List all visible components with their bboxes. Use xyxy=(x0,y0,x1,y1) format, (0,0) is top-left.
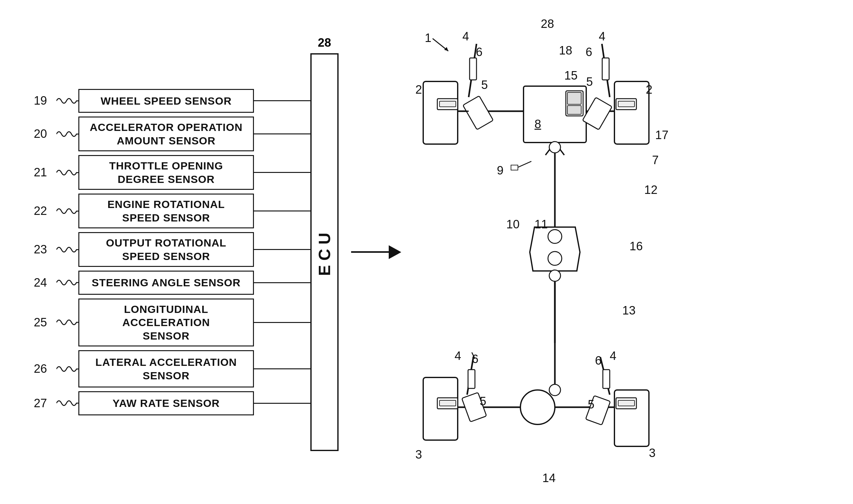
sensor-number-19: 19 xyxy=(19,94,47,107)
diagram-label-6-bl: 6 xyxy=(472,353,478,366)
svg-rect-28 xyxy=(568,92,581,104)
diagram-label-13: 13 xyxy=(622,304,636,317)
line-26 xyxy=(254,368,310,369)
diagram-label-5-tr: 5 xyxy=(586,75,593,89)
squiggle-24 xyxy=(56,276,79,289)
sensor-list: 19 WHEEL SPEED SENSOR 20 ACCELERATOR OPE… xyxy=(19,89,310,415)
line-20 xyxy=(254,133,310,134)
diagram-label-6-tl: 6 xyxy=(476,46,483,59)
ecu-to-diagram-arrow xyxy=(351,245,401,259)
svg-rect-29 xyxy=(568,106,581,114)
diagram-label-5-tl: 5 xyxy=(481,78,488,92)
line-19 xyxy=(254,100,310,101)
sensor-box-20: ACCELERATOR OPERATIONAMOUNT SENSOR xyxy=(79,116,254,151)
diagram-label-12: 12 xyxy=(644,183,657,197)
svg-line-46 xyxy=(517,161,532,167)
diagram-label-8: 8 xyxy=(535,118,541,131)
diagram-label-7: 7 xyxy=(652,154,659,167)
squiggle-25 xyxy=(56,316,79,329)
sensor-row-23: 23 OUTPUT ROTATIONALSPEED SENSOR xyxy=(19,232,310,267)
sensor-number-22: 22 xyxy=(19,204,47,218)
ecu-section: 28 ECU xyxy=(310,53,338,451)
ecu-box: ECU xyxy=(310,53,338,451)
squiggle-27 xyxy=(56,397,79,409)
diagram-label-6-br: 6 xyxy=(595,354,602,367)
diagram-label-14: 14 xyxy=(542,471,556,485)
diagram-label-4-botleft: 4 xyxy=(455,349,461,363)
diagram-label-6-tr: 6 xyxy=(586,46,592,59)
line-21 xyxy=(254,172,310,173)
squiggle-23 xyxy=(56,244,79,256)
svg-rect-17 xyxy=(618,101,634,107)
svg-rect-39 xyxy=(468,370,475,389)
svg-point-31 xyxy=(548,252,562,265)
diagram-label-17: 17 xyxy=(655,128,668,142)
svg-rect-21 xyxy=(602,58,609,80)
line-27 xyxy=(254,403,310,404)
diagram-label-4-topright: 4 xyxy=(599,30,605,43)
arrow-1 xyxy=(431,35,456,54)
svg-point-26 xyxy=(549,142,560,153)
sensor-number-24: 24 xyxy=(19,276,47,289)
diagram-label-4-topleft: 4 xyxy=(463,30,469,43)
sensor-box-19: WHEEL SPEED SENSOR xyxy=(79,89,254,113)
sensor-row-19: 19 WHEEL SPEED SENSOR xyxy=(19,89,310,113)
svg-rect-37 xyxy=(618,400,634,406)
svg-rect-47 xyxy=(511,165,518,170)
diagram-label-9: 9 xyxy=(497,164,503,177)
svg-rect-34 xyxy=(439,400,456,406)
ecu-number-label: 28 xyxy=(318,36,331,50)
drivetrain-diagram: 1 2 2 3 3 4 4 4 4 5 5 5 5 6 6 6 6 7 8 9 … xyxy=(414,14,834,478)
sensor-box-23: OUTPUT ROTATIONALSPEED SENSOR xyxy=(79,232,254,267)
line-22 xyxy=(254,211,310,212)
diagram-label-4-botright: 4 xyxy=(610,349,616,363)
sensor-row-27: 27 YAW RATE SENSOR xyxy=(19,391,310,415)
diagram-label-1: 1 xyxy=(425,31,431,45)
diagram-label-16: 16 xyxy=(629,240,643,253)
sensor-number-21: 21 xyxy=(19,166,47,179)
sensor-box-25: LONGITUDINAL ACCELERATIONSENSOR xyxy=(79,299,254,347)
svg-rect-12 xyxy=(463,96,493,130)
svg-marker-49 xyxy=(444,47,448,51)
diagram-label-3-left: 3 xyxy=(415,448,422,462)
arrow-head xyxy=(389,245,401,259)
sensor-number-25: 25 xyxy=(19,316,47,329)
svg-rect-14 xyxy=(439,101,456,107)
sensor-box-22: ENGINE ROTATIONALSPEED SENSOR xyxy=(79,194,254,228)
svg-point-45 xyxy=(549,384,560,396)
sensor-row-24: 24 STEERING ANGLE SENSOR xyxy=(19,271,310,295)
svg-rect-15 xyxy=(582,97,612,130)
line-24 xyxy=(254,282,310,283)
ecu-text: ECU xyxy=(315,228,334,276)
diagram-label-3-right: 3 xyxy=(649,446,656,460)
sensor-number-20: 20 xyxy=(19,127,47,141)
sensor-row-20: 20 ACCELERATOR OPERATIONAMOUNT SENSOR xyxy=(19,116,310,151)
diagram-label-11: 11 xyxy=(535,218,548,231)
sensor-box-26: LATERAL ACCELERATION SENSOR xyxy=(79,350,254,388)
diagram-label-10: 10 xyxy=(506,218,520,231)
line-23 xyxy=(254,249,310,250)
diagram-label-28: 28 xyxy=(541,17,554,31)
sensor-number-23: 23 xyxy=(19,243,47,256)
sensor-box-27: YAW RATE SENSOR xyxy=(79,391,254,415)
sensor-row-22: 22 ENGINE ROTATIONALSPEED SENSOR xyxy=(19,194,310,228)
sensor-box-24: STEERING ANGLE SENSOR xyxy=(79,271,254,295)
arrow-line xyxy=(351,251,389,253)
diagram-label-5-bl: 5 xyxy=(480,395,486,408)
squiggle-22 xyxy=(56,205,79,217)
diagram-label-5-br: 5 xyxy=(588,398,594,411)
sensor-row-25: 25 LONGITUDINAL ACCELERATIONSENSOR xyxy=(19,299,310,347)
squiggle-20 xyxy=(56,128,79,140)
diagram-label-18: 18 xyxy=(559,44,572,57)
drivetrain-svg xyxy=(414,14,696,484)
squiggle-21 xyxy=(56,166,79,179)
svg-point-44 xyxy=(549,270,560,281)
svg-point-30 xyxy=(548,230,562,244)
page-layout: 19 WHEEL SPEED SENSOR 20 ACCELERATOR OPE… xyxy=(0,0,853,504)
sensor-row-21: 21 THROTTLE OPENINGDEGREE SENSOR xyxy=(19,155,310,190)
diagram-label-15: 15 xyxy=(564,69,577,83)
sensor-number-26: 26 xyxy=(19,362,47,376)
squiggle-26 xyxy=(56,363,79,375)
svg-rect-42 xyxy=(603,370,610,389)
line-25 xyxy=(254,322,310,323)
